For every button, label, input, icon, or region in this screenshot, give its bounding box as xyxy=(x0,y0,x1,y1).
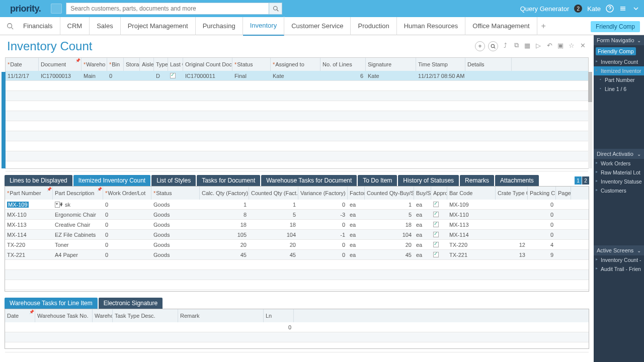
nav-item-crm[interactable]: CRM xyxy=(60,17,90,35)
table-row[interactable]: MX-114EZ File Cabinets0Goods105104-1ea10… xyxy=(5,230,589,240)
column-header[interactable]: Buy/Se xyxy=(414,187,431,200)
table-row[interactable] xyxy=(6,91,588,101)
column-header[interactable]: Original Count Doc xyxy=(183,58,232,71)
sidebar-item[interactable]: Audit Trail - Frien xyxy=(594,264,644,274)
nav-item-sales[interactable]: Sales xyxy=(90,17,121,35)
nav-add-button[interactable]: + xyxy=(537,22,550,31)
nav-item-production[interactable]: Production xyxy=(351,17,396,35)
column-header[interactable]: *Status xyxy=(232,58,271,71)
column-header[interactable]: Appro xyxy=(431,187,447,200)
tab-to-do-item[interactable]: To Do Item xyxy=(358,175,397,186)
tab-lines-to-be-displayed[interactable]: Lines to be Displayed xyxy=(5,175,72,186)
column-header[interactable]: Part Description📌 xyxy=(53,187,103,200)
table-row[interactable] xyxy=(6,101,588,111)
sidebar-item[interactable]: Inventory Count - xyxy=(594,255,644,264)
table-row[interactable]: TX-221A4 Paper0Goods45450ea45eaTX-221139 xyxy=(5,250,589,260)
query-generator-link[interactable]: Query Generator xyxy=(520,5,570,13)
nav-search-icon[interactable] xyxy=(4,23,16,30)
column-header[interactable]: Warehouse Task No. xyxy=(35,309,93,322)
column-header[interactable]: Bar Code xyxy=(447,187,496,200)
column-header[interactable]: Document📌 xyxy=(39,58,82,71)
scrollbar[interactable] xyxy=(588,72,592,102)
column-header[interactable]: Last C xyxy=(168,58,183,71)
nav-item-financials[interactable]: Financials xyxy=(16,17,60,35)
user-name[interactable]: Kate xyxy=(587,5,601,13)
table-row[interactable] xyxy=(6,81,588,91)
sidebar-item[interactable]: Part Number xyxy=(594,75,644,84)
nav-item-inventory[interactable]: Inventory xyxy=(243,17,284,36)
nav-item-purchasing[interactable]: Purchasing xyxy=(196,17,243,35)
notification-badge[interactable]: 2 xyxy=(574,5,582,13)
table-row[interactable] xyxy=(6,151,588,161)
nav-item-project-management[interactable]: Project Management xyxy=(121,17,196,35)
tab-warehouse-tasks-for-line-item[interactable]: Warehouse Tasks for Line Item xyxy=(5,298,98,309)
column-header[interactable]: Counted Qty (Fact. xyxy=(249,187,298,200)
tab-history-of-statuses[interactable]: History of Statuses xyxy=(398,175,459,186)
sidebar-section-active[interactable]: Active Screens⌄ xyxy=(594,245,644,255)
column-header[interactable]: Page xyxy=(556,187,571,200)
table-row[interactable]: MX-109 ▾ sk0Goods110ea1eaMX-1090 xyxy=(5,200,589,210)
sidebar-item[interactable]: Raw Material Lot xyxy=(594,168,644,177)
column-header[interactable]: *Wareho xyxy=(82,58,107,71)
column-header[interactable]: Counted Qty-Buy/S xyxy=(365,187,414,200)
sidebar-section-nav[interactable]: Form Navigatio⌄ xyxy=(594,35,644,45)
column-header[interactable]: *Date xyxy=(6,58,39,71)
sidebar-item[interactable]: Itemized Inventor xyxy=(594,66,644,75)
column-header[interactable]: Remark xyxy=(178,309,264,322)
column-header[interactable]: Details xyxy=(465,58,512,71)
table-row[interactable] xyxy=(6,141,588,151)
column-header[interactable]: Time Stamp xyxy=(416,58,465,71)
card-icon[interactable] xyxy=(51,4,62,14)
tab-electronic-signature[interactable]: Electronic Signature xyxy=(99,298,163,309)
column-header[interactable]: Date📌 xyxy=(5,309,35,322)
column-header[interactable]: Packing Cr xyxy=(528,187,556,200)
table-row[interactable]: MX-113Creative Chair0Goods18180ea18eaMX-… xyxy=(5,220,589,230)
tab-tasks-for-document[interactable]: Tasks for Document xyxy=(197,175,260,186)
sidebar-item[interactable]: Line 1 / 6 xyxy=(594,84,644,94)
tab-itemized-inventory-count[interactable]: Itemized Inventory Count xyxy=(73,175,150,186)
column-header[interactable]: Aisle xyxy=(140,58,154,71)
add-button[interactable]: + xyxy=(475,41,485,51)
menu-icon[interactable] xyxy=(619,5,627,13)
sidebar-item[interactable]: Inventory Statuse xyxy=(594,177,644,186)
chevron-down-icon[interactable] xyxy=(632,5,640,13)
undo-icon[interactable]: ↶ xyxy=(545,41,553,49)
export-icon[interactable]: ▦ xyxy=(523,41,531,49)
column-header[interactable]: Ln xyxy=(264,309,294,322)
help-icon[interactable] xyxy=(606,5,614,13)
table-row[interactable]: 11/12/17IC17000013Main0DIC17000011FinalK… xyxy=(6,71,588,81)
table-row[interactable] xyxy=(6,121,588,131)
column-header[interactable]: Task Type Desc. xyxy=(113,309,178,322)
tab-list-of-styles[interactable]: List of Styles xyxy=(151,175,196,186)
nav-item-human-resources[interactable]: Human Resources xyxy=(397,17,466,35)
table-row[interactable] xyxy=(6,111,588,121)
sidebar-item[interactable]: Work Orders xyxy=(594,159,644,168)
sidebar-company-button[interactable]: Friendly Comp xyxy=(596,47,636,55)
column-header[interactable]: Calc. Qty (Factory) xyxy=(200,187,249,200)
tab-warehouse-tasks-for-document[interactable]: Warehouse Tasks for Document xyxy=(261,175,357,186)
column-header[interactable]: *Bin xyxy=(107,58,124,71)
sidebar-item[interactable]: Customers xyxy=(594,186,644,195)
column-header[interactable]: *Part Number📌 xyxy=(5,187,53,200)
sidebar-section-direct[interactable]: Direct Activatio⌄ xyxy=(594,149,644,159)
search-input[interactable] xyxy=(66,3,269,15)
table-row[interactable] xyxy=(6,131,588,141)
column-header[interactable]: *Status xyxy=(151,187,200,200)
column-header[interactable]: *Work Order/Lot xyxy=(103,187,151,200)
search-button[interactable] xyxy=(488,41,498,51)
table-row[interactable]: MX-110Ergonomic Chair0Goods85-3ea5eaMX-1… xyxy=(5,210,589,220)
column-header[interactable]: Type xyxy=(154,58,168,71)
close-icon[interactable]: ✕ xyxy=(579,41,587,49)
company-selector[interactable]: Friendly Comp xyxy=(591,21,640,32)
sheet-button[interactable]: 2 xyxy=(582,176,589,185)
nav-item-customer-service[interactable]: Customer Service xyxy=(284,17,351,35)
star-icon[interactable]: ☆ xyxy=(568,41,576,49)
table-row[interactable] xyxy=(6,161,588,171)
play-icon[interactable]: ▷ xyxy=(534,41,542,49)
column-header[interactable]: Storag xyxy=(124,58,140,71)
bookmark-icon[interactable]: ▣ xyxy=(556,41,565,49)
sidebar-item[interactable]: Inventory Count xyxy=(594,57,644,66)
share-icon[interactable]: ⤴ xyxy=(501,41,509,49)
nav-item-office-management[interactable]: Office Management xyxy=(465,17,537,35)
table-row[interactable]: 0 xyxy=(5,322,589,332)
